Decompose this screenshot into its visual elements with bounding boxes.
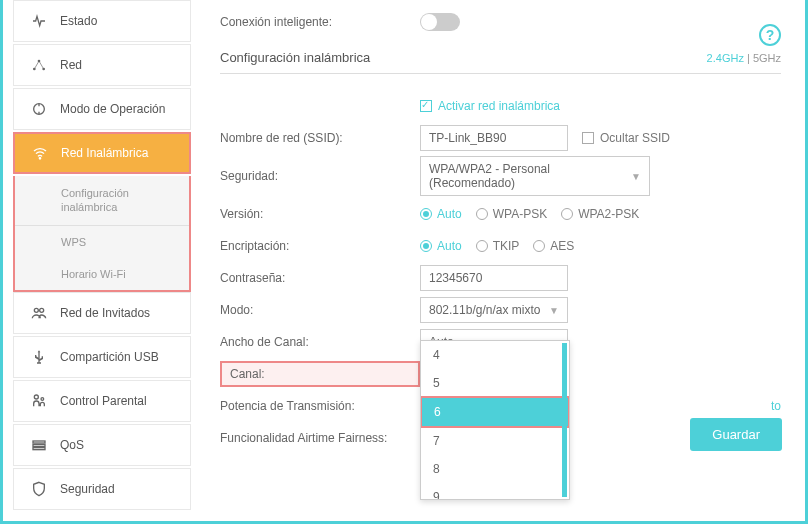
sub-wps[interactable]: WPS [15,226,189,258]
svg-point-7 [41,397,44,400]
shield-icon [28,481,50,497]
version-wpa2psk[interactable]: WPA2-PSK [561,207,639,221]
nav-qos[interactable]: QoS [13,424,191,466]
radio-icon [420,240,432,252]
network-icon [28,57,50,73]
mode-label: Modo: [220,303,420,317]
svg-rect-8 [33,441,45,443]
wifi-icon [29,145,51,161]
band-5[interactable]: 5GHz [753,52,781,64]
channel-opt-9[interactable]: 9 [421,483,569,500]
pulse-icon [28,13,50,29]
mode-select[interactable]: 802.11b/g/n/ax mixto▼ [420,297,568,323]
band-switch: 2.4GHz | 5GHz [707,52,781,64]
svg-point-3 [39,158,40,159]
svg-point-5 [40,308,44,312]
channel-opt-7[interactable]: 7 [421,427,569,455]
band-24[interactable]: 2.4GHz [707,52,744,64]
sub-schedule[interactable]: Horario Wi-Fi [15,258,189,290]
channel-label: Canal: [220,361,420,387]
nav-wireless[interactable]: Red Inalámbrica [13,132,191,174]
ssid-row: Nombre de red (SSID): Ocultar SSID [220,124,781,152]
nav-label: Control Parental [60,394,147,408]
mode-icon [28,101,50,117]
version-auto[interactable]: Auto [420,207,462,221]
qos-icon [28,437,50,453]
enc-aes[interactable]: AES [533,239,574,253]
nav-label: Red [60,58,82,72]
security-label: Seguridad: [220,169,420,183]
nav-label: Red de Invitados [60,306,150,320]
radio-icon [476,240,488,252]
nav-security[interactable]: Seguridad [13,468,191,510]
smart-connection-row: Conexión inteligente: [220,8,781,36]
txpower-trailing: to [771,399,781,413]
channel-opt-5[interactable]: 5 [421,369,569,397]
save-button[interactable]: Guardar [690,418,782,451]
password-label: Contraseña: [220,271,420,285]
nav-label: Compartición USB [60,350,159,364]
smart-connection-toggle[interactable] [420,13,460,31]
nav-label: Seguridad [60,482,115,496]
encryption-label: Encriptación: [220,239,420,253]
section-header: Configuración inalámbrica 2.4GHz | 5GHz [220,50,781,74]
checkbox-icon [582,132,594,144]
sidebar: Estado Red Modo de Operación Red Inalámb… [13,0,191,524]
channel-opt-8[interactable]: 8 [421,455,569,483]
radio-icon [476,208,488,220]
enc-auto[interactable]: Auto [420,239,462,253]
password-row: Contraseña: [220,264,781,292]
enc-tkip[interactable]: TKIP [476,239,520,253]
checkbox-icon [420,100,432,112]
nav-estado[interactable]: Estado [13,0,191,42]
parental-icon [28,393,50,409]
ssid-label: Nombre de red (SSID): [220,131,420,145]
enable-row: Activar red inalámbrica [220,92,781,120]
svg-point-6 [34,395,38,399]
nav-label: Modo de Operación [60,102,165,116]
channel-opt-6[interactable]: 6 [420,396,570,428]
version-wpapsk[interactable]: WPA-PSK [476,207,547,221]
radio-icon [420,208,432,220]
nav-label: Estado [60,14,97,28]
version-row: Versión: Auto WPA-PSK WPA2-PSK [220,200,781,228]
chwidth-label: Ancho de Canal: [220,335,420,349]
svg-rect-9 [33,444,45,446]
guests-icon [28,305,50,321]
chevron-down-icon: ▼ [631,171,641,182]
enable-wireless-checkbox[interactable]: Activar red inalámbrica [420,99,560,113]
txpower-label: Potencia de Transmisión: [220,399,420,413]
nav-label: Red Inalámbrica [61,146,148,160]
security-select[interactable]: WPA/WPA2 - Personal (Recomendado)▼ [420,156,650,196]
security-row: Seguridad: WPA/WPA2 - Personal (Recomend… [220,156,781,196]
usb-icon [28,349,50,365]
chevron-down-icon: ▼ [549,305,559,316]
hide-ssid-checkbox[interactable]: Ocultar SSID [582,131,670,145]
svg-point-4 [34,308,38,312]
svg-rect-10 [33,447,45,449]
nav-parental[interactable]: Control Parental [13,380,191,422]
section-title: Configuración inalámbrica [220,50,370,65]
password-input[interactable] [420,265,568,291]
nav-red[interactable]: Red [13,44,191,86]
mode-row: Modo: 802.11b/g/n/ax mixto▼ [220,296,781,324]
sub-config[interactable]: Configuración inalámbrica [15,176,189,226]
channel-dropdown[interactable]: 4 5 6 7 8 9 10 [420,340,570,500]
radio-icon [561,208,573,220]
wireless-submenu: Configuración inalámbrica WPS Horario Wi… [13,176,191,292]
airtime-label: Funcionalidad Airtime Fairness: [220,431,420,445]
radio-icon [533,240,545,252]
nav-guest[interactable]: Red de Invitados [13,292,191,334]
nav-label: QoS [60,438,84,452]
nav-modo[interactable]: Modo de Operación [13,88,191,130]
version-label: Versión: [220,207,420,221]
encryption-row: Encriptación: Auto TKIP AES [220,232,781,260]
channel-opt-4[interactable]: 4 [421,341,569,369]
help-icon[interactable]: ? [759,24,781,46]
ssid-input[interactable] [420,125,568,151]
smart-connection-label: Conexión inteligente: [220,15,420,29]
nav-usb[interactable]: Compartición USB [13,336,191,378]
